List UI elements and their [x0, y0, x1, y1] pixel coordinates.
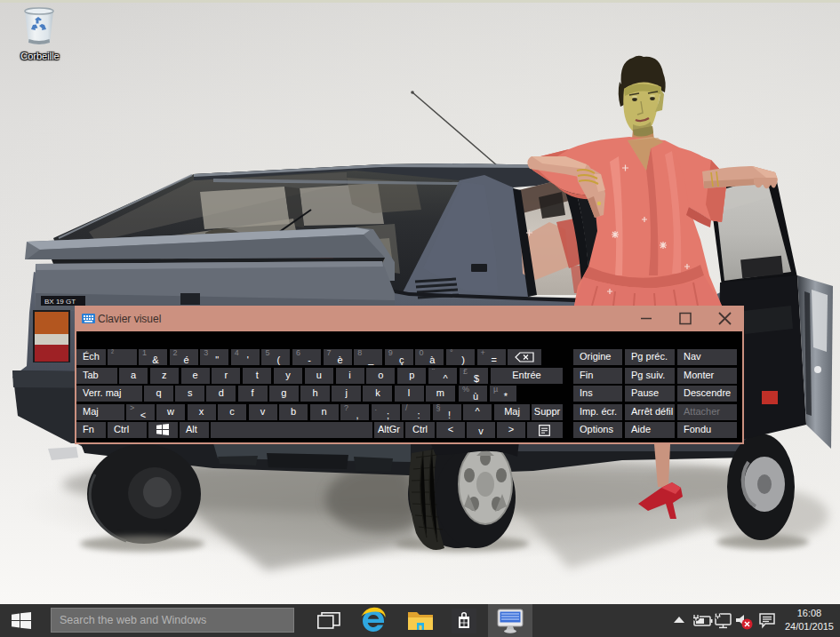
svg-text:BX 19 GT: BX 19 GT — [44, 298, 76, 306]
